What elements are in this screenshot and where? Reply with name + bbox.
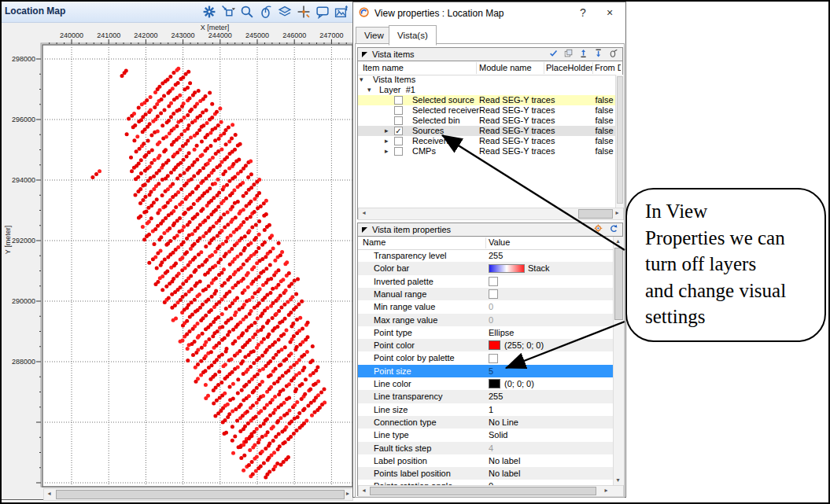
scroll-up-button[interactable]: ▴ [614, 237, 622, 246]
property-row-transparency-level[interactable]: Transparency level255 [358, 249, 613, 262]
property-row-manual-range[interactable]: Manual range [358, 288, 613, 300]
property-row-line-transparency[interactable]: Line transparency255 [358, 390, 613, 403]
mouse-tool-icon[interactable] [259, 5, 273, 19]
vista-logo-icon [359, 7, 371, 19]
property-row-label-position[interactable]: Label positionNo label [358, 454, 613, 467]
apply-check-icon[interactable] [549, 49, 560, 60]
col-value[interactable]: Value [489, 237, 510, 247]
tab-vistas[interactable]: Vista(s) [389, 25, 437, 46]
tree-row-sources[interactable]: ▸✓SourcesRead SEG-Y tracesfalse [358, 126, 615, 136]
move-down-icon[interactable] [594, 49, 605, 60]
property-row-connection-type[interactable]: Connection typeNo Line [358, 416, 613, 429]
move-up-icon[interactable] [579, 49, 590, 60]
expander-closed-icon[interactable]: ▸ [385, 146, 389, 156]
property-row-inverted-palette[interactable]: Inverted palette [358, 275, 613, 288]
scroll-right-button[interactable]: ▸ [343, 489, 352, 498]
map-toolbar [202, 5, 349, 19]
layers-icon[interactable] [278, 5, 292, 19]
scroll-thumb[interactable] [56, 490, 345, 499]
checkbox-receivers[interactable] [394, 137, 403, 145]
close-icon[interactable]: × [607, 6, 613, 19]
property-row-line-color[interactable]: Line color(0; 0; 0) [358, 377, 613, 390]
col-module-name[interactable]: Module name [479, 63, 532, 72]
color-swatch[interactable] [489, 379, 500, 388]
tab-view[interactable]: View [356, 27, 393, 45]
settings-gear-icon[interactable] [202, 5, 216, 19]
property-row-line-type[interactable]: Line typeSolid [358, 429, 613, 441]
expander-open-icon[interactable]: ▾ [367, 85, 371, 95]
checkbox-selected-receiver[interactable] [394, 106, 403, 115]
expander-closed-icon[interactable]: ▸ [385, 136, 389, 146]
scroll-thumb[interactable] [617, 76, 623, 204]
map-canvas[interactable] [2, 22, 352, 488]
property-row-points-rotation-angle[interactable]: Points rotation angle0 [358, 480, 613, 485]
property-row-point-size[interactable]: Point size5 [358, 365, 613, 377]
palette-icon[interactable] [594, 224, 605, 235]
property-value: 0 [489, 300, 493, 313]
color-swatch[interactable] [489, 340, 500, 350]
property-row-min-range-value[interactable]: Min range value0 [358, 300, 613, 313]
property-checkbox[interactable] [489, 354, 498, 363]
col-placeholder[interactable]: PlaceHolder [546, 63, 593, 72]
scroll-left-button[interactable]: ◂ [44, 489, 54, 498]
property-name: Points label position [374, 467, 451, 480]
map-horizontal-scrollbar[interactable]: ◂▸ [43, 488, 353, 501]
collapse-triangle-icon[interactable] [362, 227, 367, 233]
checkbox-sources[interactable]: ✓ [394, 127, 403, 135]
items-vertical-scrollbar[interactable] [615, 75, 623, 208]
scroll-thumb[interactable] [578, 209, 613, 219]
property-checkbox[interactable] [489, 289, 498, 299]
tree-row-receivers[interactable]: ▸ReceiversRead SEG-Y tracesfalse [358, 136, 615, 146]
mouse-select-icon[interactable] [609, 49, 620, 60]
property-name: Color bar [374, 262, 409, 274]
checkbox-selected-bin[interactable] [394, 116, 403, 125]
zoom-icon[interactable] [240, 5, 254, 19]
tree-row-selected-bin[interactable]: Selected binRead SEG-Y tracesfalse [358, 116, 615, 126]
checkbox-cmps[interactable] [394, 147, 403, 156]
items-horizontal-scrollbar[interactable]: ◂▸ [358, 208, 624, 220]
help-button[interactable]: ? [580, 6, 586, 19]
tree-row-vista-items[interactable]: ▾Vista Items [358, 75, 615, 85]
col-item-name[interactable]: Item name [363, 63, 404, 72]
property-row-points-label-position[interactable]: Points label positionNo label [358, 467, 613, 480]
property-name: Max range value [374, 314, 437, 326]
scroll-left-button[interactable]: ◂ [359, 208, 369, 218]
collapse-triangle-icon[interactable] [362, 52, 367, 57]
scroll-right-button[interactable]: ▸ [612, 208, 622, 218]
property-row-fault-ticks-step[interactable]: Fault ticks step4 [358, 442, 613, 454]
property-row-line-size[interactable]: Line size1 [358, 403, 613, 416]
position-crosshair-icon[interactable] [297, 5, 311, 19]
properties-vertical-scrollbar[interactable]: ▴▾ [613, 237, 623, 485]
undo-icon[interactable] [609, 224, 620, 235]
tree-row-layer-1[interactable]: ▾Layer #1 [358, 85, 615, 95]
tree-row-cmps[interactable]: ▸CMPsRead SEG-Y tracesfalse [358, 146, 615, 156]
export-image-icon[interactable] [334, 5, 349, 19]
scroll-left-button[interactable]: ◂ [359, 486, 369, 495]
scroll-right-button[interactable]: ▸ [601, 486, 611, 495]
expander-open-icon[interactable]: ▾ [360, 75, 363, 85]
property-row-point-color-by-palette[interactable]: Point color by palette [358, 351, 613, 364]
col-name[interactable]: Name [363, 237, 385, 247]
property-row-max-range-value[interactable]: Max range value0 [358, 314, 613, 326]
checkbox-selected-source[interactable] [394, 96, 403, 105]
col-from-db[interactable]: From DB [595, 63, 621, 72]
scroll-thumb[interactable] [614, 248, 623, 320]
property-name: Line type [374, 429, 409, 441]
tree-label: Selected source [412, 95, 474, 105]
scroll-down-button[interactable]: ▾ [614, 476, 622, 485]
property-row-color-bar[interactable]: Color barStack [358, 262, 613, 274]
property-checkbox[interactable] [489, 277, 498, 286]
tree-row-selected-receiver[interactable]: Selected receiverRead SEG-Y tracesfalse [358, 105, 615, 116]
scroll-thumb[interactable] [370, 487, 596, 495]
properties-horizontal-scrollbar[interactable]: ◂▸ [358, 485, 624, 497]
comment-icon[interactable] [315, 5, 330, 19]
property-value: 0 [489, 314, 493, 326]
colorbar-swatch[interactable] [489, 264, 525, 273]
property-row-point-type[interactable]: Point typeEllipse [358, 326, 613, 339]
expander-closed-icon[interactable]: ▸ [385, 126, 389, 136]
view-properties-dialog: View properties : Location Map ? × View … [352, 2, 626, 498]
copy-items-icon[interactable] [564, 49, 575, 60]
property-row-point-color[interactable]: Point color(255; 0; 0) [358, 339, 613, 351]
tree-row-selected-source[interactable]: Selected sourceRead SEG-Y tracesfalse [358, 95, 615, 105]
select-mode-icon[interactable] [221, 5, 235, 19]
